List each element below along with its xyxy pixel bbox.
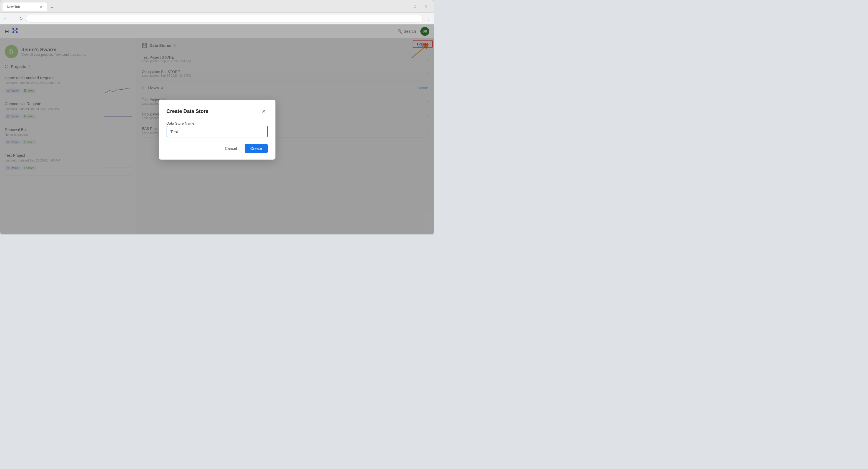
window-controls: — □ ✕ [398,2,432,11]
close-button[interactable]: ✕ [421,2,432,11]
cancel-button[interactable]: Cancel [220,144,242,153]
tab-close-icon[interactable]: ✕ [40,5,42,9]
forward-button[interactable]: → [10,16,16,21]
modal-title: Create Data Store [166,108,209,114]
browser-tab[interactable]: New Tab ✕ [2,2,47,11]
back-button[interactable]: ← [2,16,8,21]
browser-window: New Tab ✕ + — □ ✕ ← → ↻ ⋮ ⊞ [0,0,434,234]
modal-overlay[interactable]: Create Data Store ✕ Data Store Name Canc… [0,25,434,234]
modal-close-button[interactable]: ✕ [260,107,268,115]
create-data-store-modal: Create Data Store ✕ Data Store Name Canc… [159,100,275,160]
new-tab-button[interactable]: + [48,4,56,11]
reload-button[interactable]: ↻ [18,16,24,21]
app-container: ⊞ 🔍 Search BB [0,25,434,234]
address-input[interactable] [26,15,423,23]
browser-title-bar: New Tab ✕ + — □ ✕ [0,0,434,13]
create-button[interactable]: Create [245,144,268,153]
tab-bar: New Tab ✕ + [2,1,56,11]
modal-actions: Cancel Create [166,144,268,153]
data-store-name-input[interactable] [166,126,268,137]
more-options-icon[interactable]: ⋮ [425,15,432,22]
minimize-button[interactable]: — [398,2,409,11]
tab-label: New Tab [7,5,20,9]
field-label: Data Store Name [166,121,194,126]
address-bar-row: ← → ↻ ⋮ [0,13,434,25]
modal-header: Create Data Store ✕ [166,107,268,115]
maximize-button[interactable]: □ [409,2,421,11]
